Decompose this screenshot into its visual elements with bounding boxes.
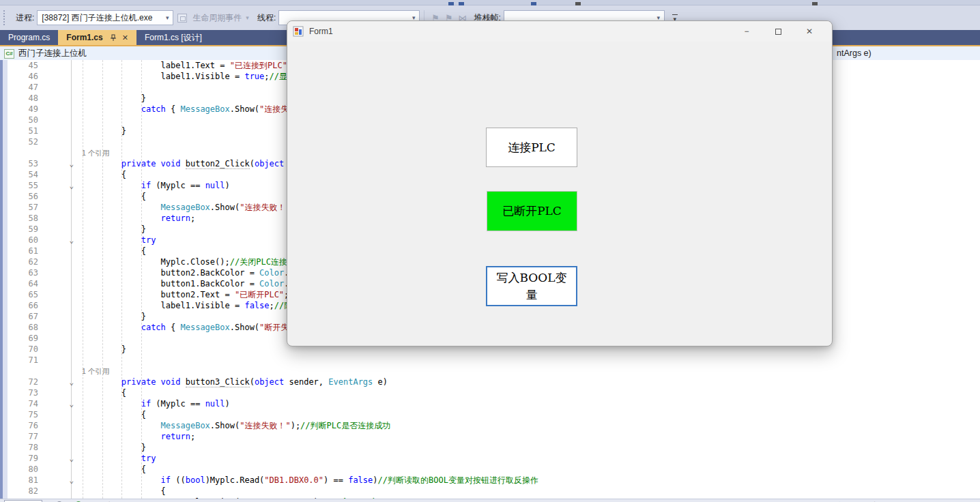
line-number: 69 [0,333,40,344]
fold-chevron-icon[interactable]: ⌄ [69,181,74,190]
breadcrumb[interactable]: C# 西门子连接上位机 [4,46,87,61]
fold-margin [40,322,76,333]
line-number [0,366,40,376]
codelens-references[interactable]: 1 个引用 [82,149,109,157]
fold-margin [40,267,76,278]
line-number: 52 [0,136,40,147]
fold-chevron-icon[interactable]: ⌄ [69,160,74,168]
line-number: 75 [0,409,40,420]
connect-plc-button[interactable]: 连接PLC [486,128,577,167]
code-text: if (Myplc == null) [76,398,980,409]
fold-margin [40,93,76,104]
thread-label: 线程: [257,12,276,24]
tab-label: Form1.cs [设计] [145,32,202,44]
fold-margin [40,71,76,82]
fold-margin [40,202,76,213]
fold-margin [40,115,76,126]
line-number: 61 [0,246,40,256]
line-number: 63 [0,267,40,278]
line-number: 73 [0,387,40,398]
code-row: 76MessageBox.Show("连接失败！");//判断PLC是否连接成功 [0,420,980,431]
line-number: 74 [0,398,40,409]
line-number: 53 [0,158,40,169]
process-value: [38872] 西门子连接上位机.exe [38,12,162,24]
fold-margin [40,224,76,235]
code-text: if ((bool)Myplc.Read("DB1.DBX0.0") == fa… [76,475,980,486]
fold-margin [40,82,76,93]
process-combobox[interactable]: [38872] 西门子连接上位机.exe ▾ [37,10,173,25]
member-dropdown-fragment[interactable]: ntArgs e) [837,46,871,61]
button-label-line: 量 [526,286,538,304]
close-tab-icon[interactable]: ✕ [122,33,128,42]
line-number: 56 [0,191,40,202]
code-text: { [76,387,980,398]
line-number: 82 [0,486,40,497]
toolbar-grip[interactable] [3,10,8,25]
line-number: 71 [0,355,40,366]
code-row: 72⌄private void button3_Click(object sen… [0,376,980,387]
fold-margin [40,289,76,300]
line-number: 59 [0,224,40,235]
code-text: 1 个引用 [76,366,980,376]
fold-margin: ⌄ [40,180,76,191]
fold-margin [40,147,76,158]
code-row: 71 [0,355,980,366]
tab-form1-cs[interactable]: Form1.cs✕ [58,30,136,45]
breadcrumb-project[interactable]: 西门子连接上位机 [18,48,87,59]
fold-chevron-icon[interactable]: ⌄ [69,454,74,463]
line-number: 47 [0,82,40,93]
maximize-icon [775,29,781,35]
fold-margin [40,311,76,322]
line-number: 78 [0,442,40,453]
code-text [76,355,980,366]
form1-window: Form1 − ✕ 连接PLC已断开PLC写入BOOL变量 [287,20,833,346]
fold-margin [40,60,76,71]
lifecycle-events-icon[interactable] [177,14,187,23]
fold-margin: ⌄ [40,235,76,246]
button-label-line: 写入BOOL变 [497,269,567,286]
fold-chevron-icon[interactable]: ⌄ [69,400,74,409]
line-number: 72 [0,376,40,387]
line-number: 66 [0,300,40,311]
line-number: 62 [0,256,40,267]
lifecycle-events-label[interactable]: 生命周期事件 [192,12,242,24]
line-number: 76 [0,420,40,431]
line-number: 80 [0,464,40,475]
disconnect-plc-button[interactable]: 已断开PLC [487,191,577,231]
chevron-down-icon[interactable]: ▾ [162,14,173,21]
pin-icon[interactable] [110,34,117,42]
code-text: { [76,464,980,475]
fold-margin [40,355,76,366]
line-number: 50 [0,115,40,126]
line-number: 46 [0,71,40,82]
fold-margin [40,278,76,289]
code-text: private void button3_Click(object sender… [76,376,980,387]
line-number: 60 [0,235,40,246]
code-row: 75{ [0,409,980,420]
fold-chevron-icon[interactable]: ⌄ [69,476,74,485]
line-number: 57 [0,202,40,213]
code-row: 77return; [0,431,980,442]
close-button[interactable]: ✕ [794,21,825,42]
write-bool-button[interactable]: 写入BOOL变量 [486,266,577,306]
line-number: 65 [0,289,40,300]
fold-margin [40,486,76,497]
fold-chevron-icon[interactable]: ⌄ [69,236,74,245]
fold-margin [40,213,76,224]
minimize-button[interactable]: − [731,21,762,42]
code-row: 81⌄if ((bool)Myplc.Read("DB1.DBX0.0") ==… [0,475,980,486]
code-row: 80{ [0,464,980,475]
line-number: 45 [0,60,40,71]
chevron-down-icon[interactable]: ▾ [246,14,249,21]
tab-program-cs[interactable]: Program.cs [0,30,58,45]
form-titlebar[interactable]: Form1 − ✕ [287,21,832,42]
code-row: 78} [0,442,980,453]
fold-chevron-icon[interactable]: ⌄ [69,378,74,387]
codelens-references[interactable]: 1 个引用 [82,367,109,375]
fold-margin: ⌄ [40,376,76,387]
code-text: } [76,442,980,453]
maximize-button[interactable] [762,21,794,42]
tab-form1-cs-[interactable]: Form1.cs [设计] [136,30,210,45]
process-label: 进程: [16,12,34,24]
line-number: 51 [0,126,40,136]
